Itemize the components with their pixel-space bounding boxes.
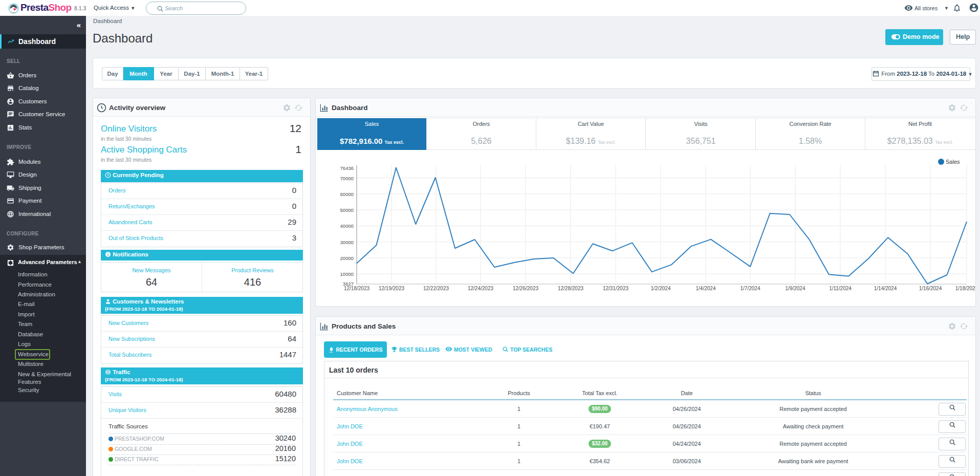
svg-text:12/18/2023: 12/18/2023 bbox=[344, 286, 369, 291]
svg-text:30000: 30000 bbox=[340, 240, 354, 245]
svg-text:1/16/2024: 1/16/2024 bbox=[919, 286, 942, 291]
svg-text:20000: 20000 bbox=[340, 255, 354, 261]
svg-text:12/24/2023: 12/24/2023 bbox=[468, 286, 493, 291]
svg-text:12/26/2023: 12/26/2023 bbox=[513, 286, 538, 291]
svg-text:70000: 70000 bbox=[340, 176, 354, 181]
svg-text:76436: 76436 bbox=[340, 165, 354, 171]
svg-text:60000: 60000 bbox=[340, 191, 354, 197]
svg-text:1/2/2024: 1/2/2024 bbox=[651, 286, 671, 291]
svg-text:12/22/2023: 12/22/2023 bbox=[423, 286, 449, 291]
svg-text:40000: 40000 bbox=[340, 223, 354, 229]
svg-text:1/11/2024: 1/11/2024 bbox=[829, 286, 852, 291]
svg-text:12/28/2023: 12/28/2023 bbox=[558, 286, 583, 291]
svg-text:1/9/2024: 1/9/2024 bbox=[786, 286, 805, 291]
svg-text:1/18/2024: 1/18/2024 bbox=[955, 286, 975, 291]
svg-text:10000: 10000 bbox=[340, 271, 354, 277]
svg-text:Sales: Sales bbox=[946, 159, 960, 165]
svg-text:12/19/2023: 12/19/2023 bbox=[379, 286, 404, 291]
svg-text:1/14/2024: 1/14/2024 bbox=[874, 286, 897, 291]
svg-text:50000: 50000 bbox=[340, 207, 354, 213]
svg-text:1/7/2024: 1/7/2024 bbox=[741, 286, 760, 291]
svg-text:12/31/2023: 12/31/2023 bbox=[603, 286, 628, 291]
svg-text:1/4/2024: 1/4/2024 bbox=[696, 286, 716, 291]
